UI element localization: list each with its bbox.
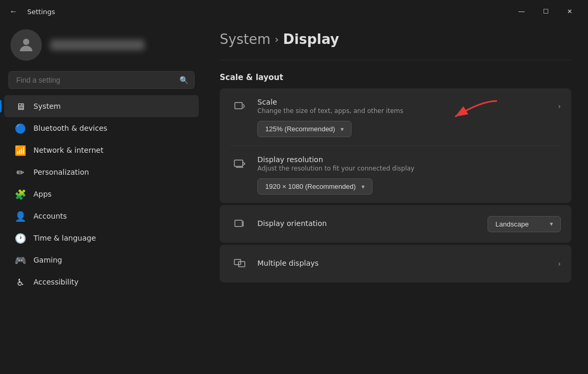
sidebar-item-system[interactable]: 🖥 System: [4, 95, 199, 117]
multiple-displays-action: ›: [558, 259, 561, 268]
back-button[interactable]: ←: [6, 6, 21, 17]
titlebar: ← Settings — ☐ ✕: [0, 0, 588, 21]
breadcrumb: System › Display: [220, 31, 571, 47]
orientation-action: Landscape ▾: [488, 216, 561, 232]
minimize-button[interactable]: —: [510, 3, 534, 20]
scale-title: Scale: [257, 98, 558, 106]
user-icon: [17, 36, 36, 54]
sidebar-item-network[interactable]: 📶 Network & internet: [4, 139, 199, 161]
orientation-dropdown-arrow: ▾: [550, 220, 553, 228]
app-title: Settings: [27, 8, 55, 16]
network-icon: 📶: [15, 144, 26, 156]
scale-dropdown-arrow: ▾: [341, 126, 344, 133]
scale-action: ›: [558, 102, 561, 110]
orientation-card: Display orientation Landscape ▾: [220, 205, 571, 243]
resolution-desc: Adjust the resolution to fit your connec…: [257, 165, 561, 172]
apps-label: Apps: [33, 190, 52, 198]
maximize-button[interactable]: ☐: [534, 3, 558, 20]
svg-rect-2: [235, 103, 242, 109]
scale-chevron: ›: [558, 102, 561, 110]
section-title: Scale & layout: [220, 73, 571, 82]
scale-icon: [230, 97, 249, 116]
sidebar-item-bluetooth[interactable]: 🔵 Bluetooth & devices: [4, 117, 199, 139]
resolution-dropdown[interactable]: 1920 × 1080 (Recommended) ▾: [257, 178, 372, 195]
orientation-dropdown[interactable]: Landscape ▾: [488, 216, 561, 232]
multiple-displays-chevron: ›: [558, 259, 561, 268]
orientation-content: Display orientation: [257, 219, 488, 229]
resolution-icon: [230, 154, 249, 173]
resolution-row-top: Display resolution Adjust the resolution…: [220, 146, 571, 173]
page-header: System › Display: [220, 21, 571, 60]
svg-rect-6: [239, 262, 245, 267]
sidebar-item-accounts[interactable]: 👤 Accounts: [4, 205, 199, 227]
accounts-label: Accounts: [33, 212, 67, 220]
scale-desc: Change the size of text, apps, and other…: [257, 107, 558, 115]
system-icon: 🖥: [15, 100, 26, 112]
scale-dropdown-value: 125% (Recommended): [265, 125, 335, 133]
gaming-label: Gaming: [33, 256, 62, 264]
user-section: [0, 21, 203, 71]
close-button[interactable]: ✕: [558, 3, 582, 20]
resolution-title: Display resolution: [257, 155, 561, 164]
svg-rect-3: [234, 160, 243, 166]
sidebar-item-accessibility[interactable]: ♿ Accessibility: [4, 271, 199, 293]
gaming-icon: 🎮: [15, 254, 26, 266]
apps-icon: 🧩: [15, 188, 26, 200]
scale-row: Scale Change the size of text, apps, and…: [220, 88, 571, 145]
system-label: System: [33, 102, 61, 110]
sidebar-item-time[interactable]: 🕐 Time & language: [4, 227, 199, 249]
orientation-value: Landscape: [495, 220, 529, 228]
resolution-content: Display resolution Adjust the resolution…: [257, 155, 561, 172]
sidebar-nav: 🖥 System 🔵 Bluetooth & devices 📶 Network…: [0, 95, 203, 293]
bluetooth-icon: 🔵: [15, 122, 26, 134]
scale-dropdown[interactable]: 125% (Recommended) ▾: [257, 121, 352, 137]
sidebar-item-apps[interactable]: 🧩 Apps: [4, 183, 199, 205]
accessibility-icon: ♿: [15, 276, 26, 288]
time-label: Time & language: [33, 234, 96, 242]
personalization-icon: ✏️: [15, 166, 26, 178]
window-controls: — ☐ ✕: [510, 3, 582, 20]
resolution-dropdown-arrow: ▾: [361, 183, 365, 190]
app-body: 🔍 🖥 System 🔵 Bluetooth & devices 📶 Netwo…: [0, 21, 588, 374]
personalization-label: Personalization: [33, 168, 89, 176]
bluetooth-label: Bluetooth & devices: [33, 124, 107, 132]
resolution-dropdown-container: 1920 × 1080 (Recommended) ▾: [220, 173, 571, 203]
svg-rect-5: [234, 259, 241, 265]
multiple-displays-content: Multiple displays: [257, 259, 558, 268]
scale-layout-card: Scale Change the size of text, apps, and…: [220, 88, 571, 203]
user-name: [50, 40, 144, 50]
multiple-displays-row: Multiple displays ›: [220, 245, 571, 282]
scale-dropdown-container: 125% (Recommended) ▾: [220, 116, 571, 145]
resolution-dropdown-value: 1920 × 1080 (Recommended): [265, 183, 356, 190]
breadcrumb-current: Display: [283, 31, 339, 47]
sidebar: 🔍 🖥 System 🔵 Bluetooth & devices 📶 Netwo…: [0, 21, 203, 374]
scale-row-top: Scale Change the size of text, apps, and…: [220, 88, 571, 116]
time-icon: 🕐: [15, 232, 26, 244]
resolution-row: Display resolution Adjust the resolution…: [220, 146, 571, 203]
breadcrumb-parent: System: [220, 31, 270, 47]
multiple-displays-card: Multiple displays ›: [220, 245, 571, 282]
main-content: System › Display Scale & layout: [203, 21, 588, 374]
scale-content: Scale Change the size of text, apps, and…: [257, 98, 558, 115]
sidebar-item-gaming[interactable]: 🎮 Gaming: [4, 249, 199, 271]
orientation-icon: [230, 214, 249, 233]
accessibility-label: Accessibility: [33, 278, 78, 286]
network-label: Network & internet: [33, 146, 104, 154]
multiple-displays-label: Multiple displays: [257, 259, 558, 267]
svg-rect-4: [235, 220, 242, 226]
search-input[interactable]: [8, 71, 195, 89]
avatar: [10, 29, 42, 61]
sidebar-item-personalization[interactable]: ✏️ Personalization: [4, 161, 199, 183]
orientation-row: Display orientation Landscape ▾: [220, 205, 571, 243]
titlebar-left: ← Settings: [6, 6, 55, 17]
orientation-label: Display orientation: [257, 219, 488, 228]
multiple-displays-icon: [230, 254, 249, 273]
svg-point-0: [23, 39, 29, 45]
search-box: 🔍: [8, 71, 195, 89]
accounts-icon: 👤: [15, 210, 26, 222]
breadcrumb-separator: ›: [275, 33, 279, 46]
